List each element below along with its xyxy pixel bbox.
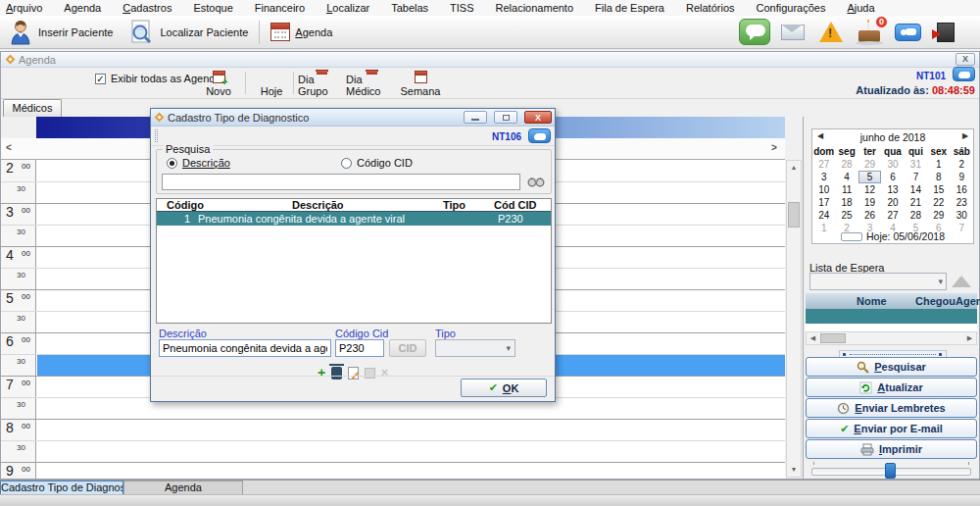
- calendar-day[interactable]: 23: [951, 196, 973, 209]
- atualizar-button[interactable]: Atualizar: [806, 378, 977, 397]
- radio-descricao[interactable]: Descrição: [167, 157, 230, 169]
- messenger-icon[interactable]: [953, 67, 975, 81]
- calendar-day[interactable]: 22: [927, 196, 950, 209]
- enviar-email-button[interactable]: ✔ Enviar por E-mail: [806, 419, 977, 438]
- semana-button[interactable]: Semana: [399, 70, 442, 97]
- waiting-list-selected-row[interactable]: [806, 309, 977, 324]
- imprimir-button[interactable]: Imprimir: [806, 439, 977, 459]
- email-button[interactable]: [776, 18, 809, 47]
- table-row[interactable]: 1 Pneumonia congênita devida a agente vi…: [157, 212, 551, 226]
- calendar-day-selected[interactable]: 5: [858, 171, 881, 183]
- locate-patient-button[interactable]: Localizar Paciente: [121, 18, 256, 47]
- agenda-slot-8-30[interactable]: [37, 441, 785, 462]
- agenda-slot-8-00[interactable]: [37, 420, 785, 440]
- menu-item-configura-es[interactable]: Configurações: [757, 2, 826, 14]
- novo-button[interactable]: Novo: [197, 70, 240, 97]
- menu-item-relat-rios[interactable]: Relatórios: [686, 2, 735, 14]
- codigo-cid-input[interactable]: [335, 339, 384, 357]
- scroll-up-icon[interactable]: ▲: [787, 161, 801, 175]
- agenda-slot-9-00[interactable]: [37, 463, 785, 479]
- show-all-checkbox[interactable]: ✓: [95, 74, 106, 84]
- calendar-day[interactable]: 17: [812, 196, 835, 209]
- calendar-day[interactable]: 28: [835, 158, 858, 171]
- col-descricao[interactable]: Descrição: [292, 199, 344, 211]
- calendar-day[interactable]: 27: [881, 209, 904, 222]
- col-codigo[interactable]: Código: [167, 199, 204, 211]
- calendar-day[interactable]: 28: [905, 209, 927, 222]
- calendar-day[interactable]: 12: [858, 183, 881, 196]
- col-cod-cid[interactable]: Cód CID: [494, 199, 536, 211]
- calendar-day[interactable]: 19: [858, 196, 881, 209]
- dialog-close-button[interactable]: X: [524, 111, 552, 124]
- menu-item-tabelas[interactable]: Tabelas: [391, 2, 428, 14]
- radio-off-icon[interactable]: [341, 158, 352, 169]
- hoje-button[interactable]: Hoje: [252, 70, 291, 97]
- calendar-day[interactable]: 25: [835, 209, 858, 222]
- dialog-maximize-button[interactable]: [494, 111, 517, 124]
- waiting-list-hscrollbar[interactable]: ◀ ▶: [806, 331, 977, 345]
- calendar-day[interactable]: 7: [905, 171, 927, 183]
- calendar-day[interactable]: 1: [927, 158, 950, 171]
- menu-item-relacionamento[interactable]: Relacionamento: [496, 2, 574, 14]
- messenger-button[interactable]: [891, 18, 924, 47]
- tab-agenda[interactable]: Agenda: [123, 481, 243, 495]
- calendar-day[interactable]: 2: [951, 158, 973, 171]
- agenda-button[interactable]: Agenda: [263, 18, 340, 47]
- scroll-left-icon[interactable]: <: [6, 142, 12, 153]
- calendar-day[interactable]: 30: [951, 209, 973, 222]
- birthdays-button[interactable]: 0: [853, 18, 886, 47]
- calendar-day[interactable]: 9: [951, 171, 973, 183]
- radio-codigo-cid[interactable]: Código CID: [341, 157, 413, 169]
- menu-item-estoque[interactable]: Estoque: [193, 2, 232, 14]
- tab-cadastro-tipo-diagnostico[interactable]: Cadastro Tipo de Diagnostico: [0, 481, 123, 495]
- chat-status-button[interactable]: [738, 18, 771, 47]
- exit-button[interactable]: [929, 18, 962, 47]
- calendar-day[interactable]: 26: [858, 209, 881, 222]
- calendar-day[interactable]: 27: [812, 158, 835, 171]
- col-tipo[interactable]: Tipo: [443, 199, 466, 211]
- menu-item-agenda[interactable]: Agenda: [64, 2, 101, 14]
- calendar-day[interactable]: 18: [835, 196, 858, 209]
- cid-button[interactable]: CID: [389, 339, 426, 357]
- calendar-day[interactable]: 13: [881, 183, 904, 196]
- dia-medico-button[interactable]: Dia Médico: [346, 70, 397, 97]
- menu-item-tiss[interactable]: TISS: [450, 2, 473, 14]
- menu-item-localizar[interactable]: Localizar: [326, 2, 369, 14]
- waiting-list-select[interactable]: [809, 273, 947, 290]
- insert-patient-button[interactable]: Inserir Paciente: [0, 18, 121, 47]
- slider-thumb[interactable]: [885, 463, 896, 479]
- calendar-day[interactable]: 14: [905, 183, 927, 196]
- scrollbar-thumb[interactable]: [820, 333, 846, 343]
- binoculars-icon[interactable]: [527, 175, 545, 188]
- dia-grupo-button[interactable]: Dia Grupo: [298, 70, 345, 97]
- calendar-day[interactable]: 24: [812, 209, 835, 222]
- scroll-down-icon[interactable]: ▼: [787, 463, 801, 477]
- calendar-day[interactable]: 31: [905, 158, 927, 171]
- ok-button[interactable]: ✔ OK: [461, 379, 547, 397]
- calendar-day[interactable]: 16: [951, 183, 973, 196]
- alerts-button[interactable]: [814, 18, 848, 47]
- menu-item-arquivo[interactable]: Arquivo: [6, 2, 42, 14]
- calendar-next-icon[interactable]: ▶: [959, 131, 971, 140]
- tab-medicos[interactable]: Médicos: [3, 99, 62, 117]
- calendar-prev-icon[interactable]: ◀: [814, 131, 826, 140]
- messenger-icon[interactable]: [528, 128, 551, 143]
- tipo-select[interactable]: [435, 339, 515, 357]
- calendar-day[interactable]: 3: [812, 171, 835, 183]
- search-input[interactable]: [162, 174, 520, 190]
- descricao-input[interactable]: [159, 339, 331, 357]
- pesquisar-button[interactable]: Pesquisar: [806, 357, 977, 377]
- agenda-vertical-scrollbar[interactable]: ▲ ▼: [786, 160, 802, 478]
- calendar-day[interactable]: 4: [835, 171, 858, 183]
- calendar-day[interactable]: 11: [835, 183, 858, 196]
- menu-item-fila-de-espera[interactable]: Fila de Espera: [595, 2, 664, 14]
- menu-item-ajuda[interactable]: Ajuda: [847, 2, 874, 14]
- dialog-minimize-button[interactable]: [464, 111, 487, 124]
- dialog-titlebar[interactable]: Cadastro Tipo de Diagnostico X: [151, 109, 555, 126]
- scroll-right-icon[interactable]: ▶: [963, 332, 976, 344]
- calendar-day[interactable]: 6: [881, 171, 904, 183]
- calendar-day[interactable]: 30: [881, 158, 904, 171]
- calendar-day[interactable]: 20: [881, 196, 904, 209]
- calendar-day[interactable]: 21: [905, 196, 927, 209]
- menu-item-financeiro[interactable]: Financeiro: [255, 2, 305, 14]
